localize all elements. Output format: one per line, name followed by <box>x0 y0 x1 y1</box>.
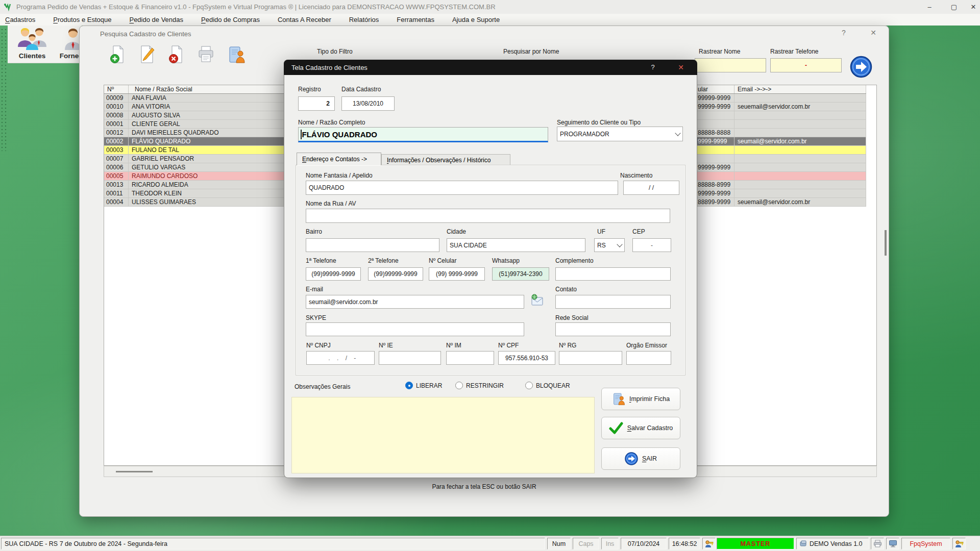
nome-razao-value: FLÁVIO QUADRADO <box>302 130 378 139</box>
radio-bloquear[interactable]: BLOQUEAR <box>525 382 570 389</box>
rua-input[interactable] <box>306 209 670 223</box>
rede-social-input[interactable] <box>555 322 671 336</box>
telefone1-input[interactable] <box>306 267 361 281</box>
menu-produtos-e-estoque[interactable]: Produtos e Estoque <box>53 16 111 23</box>
skype-input[interactable] <box>306 322 524 336</box>
radio-liberar[interactable]: LIBERAR <box>405 382 442 389</box>
nome-razao-field[interactable]: FLÁVIO QUADRADO <box>298 127 548 142</box>
send-email-button[interactable] <box>530 294 544 308</box>
complemento-input[interactable] <box>555 267 671 281</box>
print-list-button[interactable] <box>195 44 216 65</box>
imprimir-ficha-button[interactable]: Imprimir Ficha <box>601 388 680 410</box>
nome-fantasia-input[interactable] <box>306 181 618 195</box>
horizontal-scrollbar-thumb[interactable] <box>116 471 153 472</box>
menu-relatorios[interactable]: Relatórios <box>349 16 379 23</box>
tab-informacoes-observacoes[interactable]: Informações / Observações / Histórico <box>381 154 510 165</box>
header-email[interactable]: Email ->->-> <box>734 85 866 93</box>
email-input[interactable] <box>306 295 524 309</box>
registro-field[interactable]: 2 <box>298 96 335 111</box>
cadastro-modal: Tela Cadastro de Clientes ? ✕ Registro 2… <box>284 60 697 478</box>
cnpj-input[interactable] <box>306 351 375 365</box>
shortcut-clientes[interactable]: Clientes <box>12 27 53 60</box>
rg-input[interactable] <box>559 351 622 365</box>
bairro-input[interactable] <box>306 238 439 252</box>
status-location: SUA CIDADE - RS 7 de Outubro de 2024 - S… <box>1 538 545 549</box>
data-cadastro-field[interactable]: 13/08/2010 <box>341 96 395 111</box>
observacoes-textarea[interactable] <box>291 397 595 473</box>
menu-bar: CadastrosProdutos e EstoquePedido de Ven… <box>0 14 980 26</box>
maximize-button[interactable]: ▢ <box>945 0 963 13</box>
menu-cadastros[interactable]: Cadastros <box>5 16 35 23</box>
cell-cel: 88899-9999 <box>696 198 734 206</box>
orgao-emissor-input[interactable] <box>626 351 671 365</box>
menu-ajuda-e-suporte[interactable]: Ajuda e Suporte <box>452 16 500 23</box>
cell-cel: 99999-9999 <box>696 189 734 197</box>
cidade-input[interactable] <box>447 238 585 252</box>
sair-button[interactable]: SAIR <box>601 447 680 470</box>
radio-restringir[interactable]: RESTRINGIR <box>455 382 504 389</box>
seguimento-select[interactable]: PROGRAMADOR <box>557 127 683 141</box>
client-card-button[interactable] <box>226 44 247 65</box>
minimize-button[interactable]: – <box>921 0 938 13</box>
im-input[interactable] <box>446 351 494 365</box>
radio-label: LIBERAR <box>416 382 442 389</box>
uf-select[interactable]: RS <box>594 238 625 252</box>
close-button[interactable]: ✕ <box>965 0 980 13</box>
status-insert: Ins <box>601 538 619 549</box>
contato-input[interactable] <box>555 295 671 309</box>
user-key-icon <box>954 540 964 548</box>
printer-icon <box>197 45 215 64</box>
demo-box-icon <box>800 540 807 547</box>
seguimento-value: PROGRAMADOR <box>560 131 609 138</box>
new-record-button[interactable] <box>108 44 128 65</box>
delete-record-button[interactable] <box>166 44 187 65</box>
tab-endereco-contatos[interactable]: Endereço e Contatos -> <box>297 153 381 165</box>
chevron-down-icon <box>675 130 680 136</box>
telefone2-input[interactable] <box>368 267 423 281</box>
bairro-label: Bairro <box>306 228 322 235</box>
celular-input[interactable] <box>429 267 485 281</box>
rastrear-nome-input[interactable] <box>695 58 766 72</box>
cpf-input[interactable] <box>498 351 555 365</box>
cell-cel: 88888-8999 <box>696 181 734 189</box>
cell-num: 00007 <box>104 155 129 163</box>
whatsapp-input[interactable] <box>492 267 549 281</box>
contato-label: Contato <box>555 286 577 293</box>
menu-pedido-de-compras[interactable]: Pedido de Compras <box>201 16 260 23</box>
cell-num: 00004 <box>104 198 129 206</box>
printer-small-icon <box>873 540 882 547</box>
pesquisa-close-button[interactable]: ✕ <box>867 29 880 37</box>
cell-cel <box>696 155 734 163</box>
menu-pedido-de-vendas[interactable]: Pedido de Vendas <box>129 16 183 23</box>
seguimento-label: Seguimento do Cliente ou Tipo <box>557 119 641 126</box>
modal-close-button[interactable]: ✕ <box>675 63 687 71</box>
imprimir-ficha-label: Imprimir Ficha <box>629 395 670 403</box>
sair-label: SAIR <box>642 455 657 462</box>
salvar-cadastro-button[interactable]: Salvar Cadastro <box>601 417 680 439</box>
header-num[interactable]: Nº <box>104 85 129 93</box>
client-card-icon <box>227 45 246 64</box>
header-celular[interactable]: ular <box>696 85 734 93</box>
edit-record-button[interactable] <box>137 44 158 65</box>
go-arrow-icon <box>850 56 872 78</box>
nome-razao-label: Nome / Razão Completo <box>298 119 365 126</box>
cnpj-label: Nº CNPJ <box>306 342 331 349</box>
cell-num: 00009 <box>104 94 129 102</box>
status-user-key-2 <box>952 538 966 549</box>
pesquisa-help-button[interactable]: ? <box>837 29 850 37</box>
rastrear-telefone-input[interactable]: - <box>770 58 842 72</box>
menu-contas-a-receber[interactable]: Contas A Receber <box>278 16 331 23</box>
ie-input[interactable] <box>379 351 441 365</box>
app-titlebar: Programa Pedido de Vendas + Estoque & Fi… <box>0 0 980 14</box>
cell-email <box>734 111 866 119</box>
status-user-key <box>702 538 716 549</box>
search-go-button[interactable] <box>850 56 872 80</box>
menu-ferramentas[interactable]: Ferramentas <box>397 16 434 23</box>
vertical-scrollbar-thumb[interactable] <box>885 230 887 256</box>
cep-input[interactable] <box>632 238 671 252</box>
modal-help-button[interactable]: ? <box>647 63 658 71</box>
edit-record-icon <box>138 45 157 64</box>
cell-email <box>734 181 866 189</box>
nascimento-input[interactable] <box>623 181 679 195</box>
cell-num: 00005 <box>104 172 129 180</box>
